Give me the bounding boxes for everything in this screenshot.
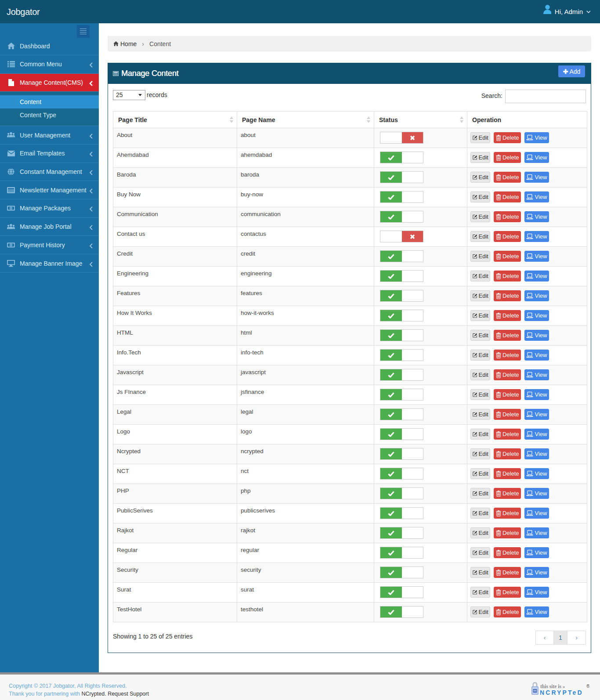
svg-text:this site is »: this site is » (540, 684, 565, 689)
svg-text:NCRYPTeD: NCRYPTeD (540, 689, 583, 696)
svg-text:®: ® (586, 684, 589, 689)
